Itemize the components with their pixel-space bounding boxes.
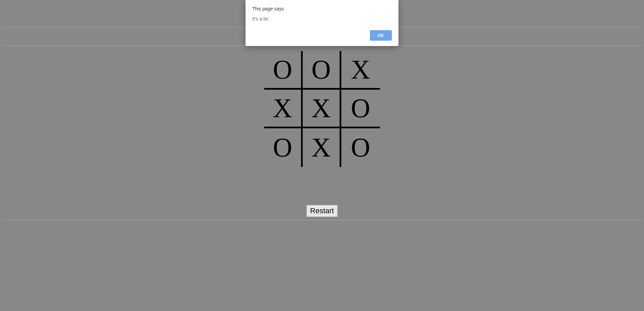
divider-bottom: [3, 220, 641, 220]
ok-button[interactable]: OK: [370, 30, 392, 41]
cell-2-0[interactable]: O: [264, 128, 303, 167]
cell-1-1[interactable]: X: [303, 90, 341, 128]
cell-2-1[interactable]: X: [303, 128, 341, 167]
cell-0-2[interactable]: X: [341, 51, 380, 90]
cell-1-2[interactable]: O: [341, 90, 380, 128]
dialog-buttons: OK: [252, 30, 392, 41]
dialog-title: This page says: [252, 6, 392, 11]
alert-dialog: This page says It's a tie OK: [246, 0, 398, 46]
cell-2-2[interactable]: O: [341, 128, 380, 167]
cell-1-0[interactable]: X: [264, 90, 303, 128]
tictactoe-board: O O X X X O O X O: [264, 51, 380, 167]
cell-0-1[interactable]: O: [303, 51, 341, 90]
restart-button[interactable]: Restart: [307, 205, 338, 217]
cell-0-0[interactable]: O: [264, 51, 303, 90]
dialog-message: It's a tie: [252, 16, 392, 21]
